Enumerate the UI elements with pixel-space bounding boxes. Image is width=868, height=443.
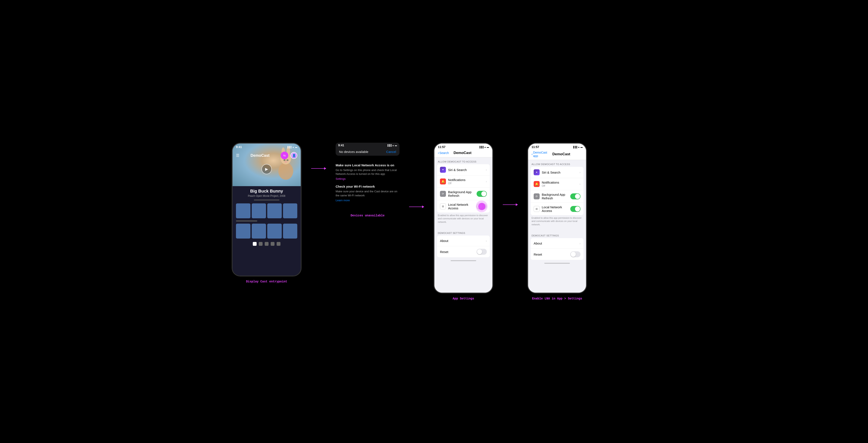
siri-text-4: Siri & Search <box>542 170 579 174</box>
notifications-sublabel-4: Off <box>542 184 579 187</box>
list-item-siri-3[interactable]: ✦ Siri & Search › <box>437 164 490 176</box>
hero-image: 9:41 ▐▐▐ ▲ ▬ ☰ DemoCast ⇆ 👤 <box>232 144 301 186</box>
cancel-button[interactable]: Cancel <box>386 150 396 154</box>
phone1-app-header: ☰ DemoCast ⇆ 👤 <box>232 150 301 161</box>
bgrefresh-toggle-3[interactable] <box>476 191 487 197</box>
ios-status-icons-4: ▐▐▐ ▲ ▬ <box>572 146 583 148</box>
lna-toggle-knob-4 <box>575 207 580 212</box>
popup-header: No devices available Cancel <box>336 148 400 156</box>
siri-label-3: Siri & Search <box>448 168 485 172</box>
siri-text-3: Siri & Search <box>448 168 485 172</box>
reset-toggle-knob-4 <box>571 252 576 257</box>
democast-settings-section-4: DEMOCAST SETTINGS About › Reset <box>528 229 586 260</box>
phone-screen-1: 9:41 ▐▐▐ ▲ ▬ ☰ DemoCast ⇆ 👤 <box>232 144 301 276</box>
reset-toggle-4[interactable] <box>570 251 581 257</box>
ts-lna-title: Make sure Local Network Access is on <box>336 163 400 167</box>
list-item-bgrefresh-4: ⟳ Background App Refresh <box>531 190 584 203</box>
back-arrow-icon-4: ‹ <box>531 152 533 156</box>
list-item-about-4[interactable]: About › <box>531 238 584 249</box>
reset-toggle-knob-3 <box>477 249 482 254</box>
popup-battery-icon: ▬ <box>395 144 397 147</box>
siri-label-4: Siri & Search <box>542 170 579 174</box>
back-label-4: DemoCast app <box>533 151 552 158</box>
app-settings-label: App Settings <box>453 297 474 300</box>
bgrefresh-toggle-4[interactable] <box>570 193 581 199</box>
ts-lna: Make sure Local Network Access is on Go … <box>336 163 400 180</box>
democast-list-group-3: About › Reset <box>437 235 490 257</box>
siri-icon-3: ✦ <box>440 167 446 173</box>
lna-toggle-wrapper-3 <box>476 203 487 209</box>
lna-text-3: Local Network Access <box>448 203 476 210</box>
popup-bar: 9:41 ▐▐▐ ▲ ▬ No devices available Cancel <box>336 143 400 156</box>
notifications-chevron-3: › <box>486 180 487 183</box>
header-action-icons: ⇆ 👤 <box>281 152 297 159</box>
bgrefresh-label-3: Background App Refresh <box>448 190 476 197</box>
section-divider <box>236 220 257 222</box>
menu-icon[interactable]: ☰ <box>236 153 239 158</box>
about-text-3: About <box>440 239 485 243</box>
phone-frame-1: 9:41 ▐▐▐ ▲ ▬ ☰ DemoCast ⇆ 👤 <box>232 143 302 277</box>
lna-toggle-3[interactable] <box>476 203 487 209</box>
notifications-sublabel-3: Off <box>448 182 485 185</box>
column-devices: 9:41 ▐▐▐ ▲ ▬ No devices available Cancel… <box>336 143 400 217</box>
lna-note-3: Enabled to allow this app permission to … <box>434 213 492 227</box>
troubleshoot-box: Make sure Local Network Access is on Go … <box>336 159 400 211</box>
list-item-bgrefresh-3: ⟳ Background App Refresh <box>437 188 490 200</box>
column-app-settings: 11:57 ▐▐▐ ▲ ▬ ‹ Search DemoCast <box>434 143 493 300</box>
popup-time: 9:41 <box>338 144 344 147</box>
democast-section-header-3: DEMOCAST SETTINGS <box>434 229 492 235</box>
ios-screen-3: 11:57 ▐▐▐ ▲ ▬ ‹ Search DemoCast <box>434 144 492 293</box>
siri-chevron-3: › <box>486 168 487 171</box>
movie-subtitle: Peach Open Movie Project, 2008 <box>236 194 297 197</box>
list-item-lna-3: ⊞ Local Network Access <box>437 200 490 213</box>
popup-status-bar: 9:41 ▐▐▐ ▲ ▬ <box>336 143 400 148</box>
arrow-line-3 <box>503 204 518 205</box>
page-dot-3 <box>265 242 269 246</box>
list-item-siri-4[interactable]: ✦ Siri & Search › <box>531 167 584 178</box>
bgrefresh-toggle-knob-3 <box>481 191 486 196</box>
bgrefresh-toggle-knob-4 <box>575 194 580 199</box>
cast-button[interactable]: ⇆ <box>281 152 288 159</box>
thumbnails-row-2 <box>236 224 297 239</box>
play-button[interactable]: ▶ <box>261 164 272 174</box>
profile-button[interactable]: 👤 <box>290 152 297 159</box>
about-label-3: About <box>440 239 485 243</box>
back-label-3: Search <box>439 151 449 155</box>
ios-time-3: 11:57 <box>438 145 445 149</box>
ios-settings-screen: 11:57 ▐▐▐ ▲ ▬ ‹ Search DemoCast <box>434 143 493 293</box>
arrow-1 <box>310 168 327 169</box>
arrow-3 <box>502 204 519 205</box>
ios-list-group-allow-3: ✦ Siri & Search › 🔔 Notifications <box>437 164 490 213</box>
popup-status-icons: ▐▐▐ ▲ ▬ <box>387 144 397 147</box>
reset-toggle-3[interactable] <box>476 249 487 255</box>
about-chevron-3: › <box>486 239 487 243</box>
arrow-line-1 <box>311 168 326 169</box>
notifications-text-3: Notifications Off <box>448 178 485 185</box>
list-item-about-3[interactable]: About › <box>437 235 490 246</box>
notifications-chevron-4: › <box>580 182 581 186</box>
ios-screen-4: 11:57 ▐▐▐ ▲ ▬ ‹ DemoCast app DemoCast <box>528 144 586 293</box>
lna-label-4: Local Network Access <box>542 205 570 213</box>
ios-nav-4: ‹ DemoCast app DemoCast <box>528 150 586 160</box>
list-item-notifications-4[interactable]: 🔔 Notifications Off › <box>531 178 584 190</box>
reset-label-4: Reset <box>534 253 570 256</box>
thumbnail-4 <box>283 203 298 218</box>
phone1-content: Big Buck Bunny Peach Open Movie Project,… <box>232 186 301 250</box>
list-item-notifications-3[interactable]: 🔔 Notifications Off › <box>437 176 490 188</box>
bgrefresh-label-4: Background App Refresh <box>542 193 570 200</box>
settings-link[interactable]: Settings <box>336 177 400 180</box>
list-item-reset-3: Reset <box>437 246 490 257</box>
lna-label-3: Local Network Access <box>448 203 476 210</box>
thumbnail-1 <box>236 203 250 218</box>
popup-signal-icon: ▐▐▐ <box>387 144 392 147</box>
lna-toggle-4[interactable] <box>570 206 581 212</box>
ts-wifi-body: Make sure your device and the Cast devic… <box>336 190 400 197</box>
notifications-label-4: Notifications <box>542 181 579 184</box>
phone1-label: Display Cast entrypoint <box>246 280 287 283</box>
learn-more-link[interactable]: Learn more <box>336 199 400 202</box>
back-button-3[interactable]: ‹ Search <box>438 151 449 155</box>
back-button-4[interactable]: ‹ DemoCast app <box>531 151 552 158</box>
ios-battery-icon-4: ▬ <box>581 146 583 148</box>
reset-text-4: Reset <box>534 253 570 256</box>
popup-title: No devices available <box>339 150 368 154</box>
